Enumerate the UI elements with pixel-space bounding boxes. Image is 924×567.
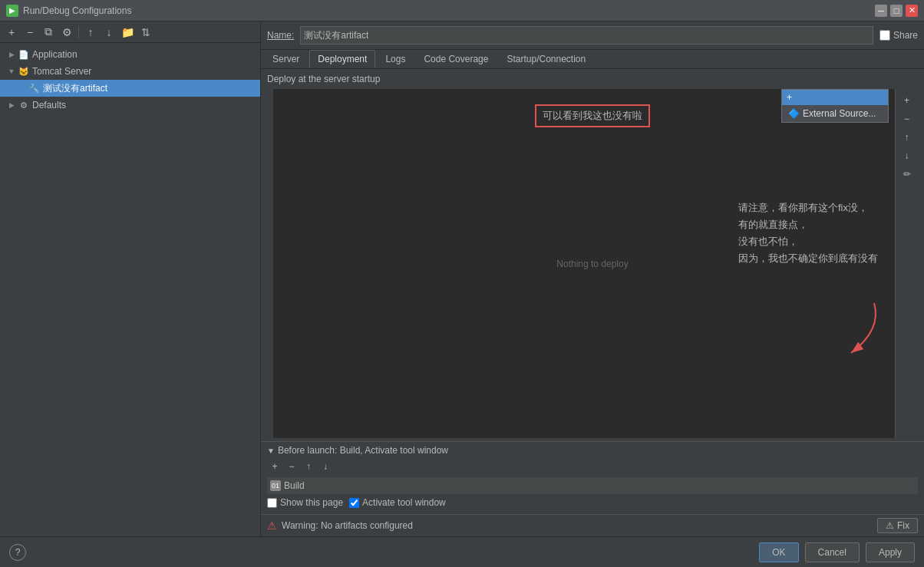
activate-tool-checkbox[interactable] [349,498,359,508]
build-item: 01 Build [267,477,918,494]
tomcat-icon: 🐱 [18,66,29,77]
build-icon: 01 [270,480,281,491]
external-source-icon: 🔷 [788,108,800,119]
bottom-left: ? [9,544,26,561]
title-bar-text: Run/Debug Configurations [23,5,131,16]
bl-add-button[interactable]: + [267,459,282,474]
activate-tool-checkbox-item: Activate tool window [349,497,446,508]
tab-deployment[interactable]: Deployment [309,50,375,68]
tree-label-application: Application [32,49,78,60]
bl-up-button[interactable]: ↑ [301,459,316,474]
tree-arrow-artifact [17,83,28,94]
deploy-edit-button[interactable]: ✏ [899,166,916,183]
before-launch-header: ▼ Before launch: Build, Activate tool wi… [267,445,918,456]
cancel-button[interactable]: Cancel [805,542,860,562]
external-source-label: External Source... [803,108,876,119]
warning-text: Warning: No artifacts configured [282,520,413,531]
bottom-bar: ? OK Cancel Apply [0,536,924,567]
artifact-icon: 🔧 [29,83,40,94]
tree-label-artifact: 测试没有artifact [43,82,107,95]
copy-configuration-button[interactable]: ⧉ [40,24,57,41]
tree-item-test-artifact[interactable]: 🔧 测试没有artifact [0,80,260,97]
settings-button[interactable]: ⚙ [58,24,75,41]
annotation-line1: 请注意，看你那有这个fix没， [738,199,878,216]
name-bar: Name: Share [261,21,924,50]
tree-arrow-tomcat: ▼ [6,66,17,77]
tab-code-coverage[interactable]: Code Coverage [415,50,497,68]
remove-configuration-button[interactable]: − [21,24,38,41]
annotation-text: 可以看到我这也没有啦 [543,110,642,121]
tree-arrow-defaults: ▶ [6,100,17,110]
before-launch-arrow[interactable]: ▼ [267,447,275,455]
tab-startup-connection[interactable]: Startup/Connection [498,50,594,68]
show-page-checkbox-item: Show this page [267,497,343,508]
activate-tool-label: Activate tool window [362,497,446,508]
annotation-line2: 有的就直接点， [738,216,878,233]
fix-label: Fix [897,520,909,531]
right-panel: Name: Share Server Deployment Logs Code … [261,21,924,536]
bl-remove-button[interactable]: − [284,459,299,474]
deploy-sidebar: + − ↑ ↓ ✏ [895,89,918,438]
before-launch-section: ▼ Before launch: Build, Activate tool wi… [261,441,924,514]
annotation-box: 可以看到我这也没有啦 [535,104,650,127]
name-input[interactable] [300,26,873,45]
application-icon: 📄 [18,49,29,60]
bl-down-button[interactable]: ↓ [318,459,333,474]
tree-arrow-application: ▶ [6,49,17,60]
close-button[interactable]: ✕ [906,5,918,17]
sort-button[interactable]: ⇅ [137,24,154,41]
left-panel: + − ⧉ ⚙ ↑ ↓ 📁 ⇅ ▶ 📄 Application ▼ 🐱 Tomc… [0,21,261,536]
show-page-checkbox[interactable] [267,498,277,508]
title-bar: ▶ Run/Debug Configurations ─ □ ✕ [0,0,924,21]
before-launch-title: Before launch: Build, Activate tool wind… [278,445,448,456]
apply-button[interactable]: Apply [866,542,915,562]
share-label: Share [893,30,918,41]
tree-item-defaults[interactable]: ▶ ⚙ Defaults [0,97,260,114]
defaults-icon: ⚙ [18,100,29,110]
move-down-button[interactable]: ↓ [101,24,117,41]
deploy-down-button[interactable]: ↓ [899,147,916,164]
deploy-header: Deploy at the server startup [261,69,924,89]
window-controls: ─ □ ✕ [875,5,918,17]
ok-button[interactable]: OK [759,542,798,562]
tabs-bar: Server Deployment Logs Code Coverage Sta… [261,50,924,69]
external-source-item[interactable]: 🔷 External Source... [782,105,888,122]
deploy-empty-text: Nothing to deploy [556,259,628,269]
configuration-tree[interactable]: ▶ 📄 Application ▼ 🐱 Tomcat Server 🔧 测试没有… [0,43,260,536]
app-icon: ▶ [6,5,18,17]
tab-server[interactable]: Server [264,50,308,68]
tree-item-tomcat[interactable]: ▼ 🐱 Tomcat Server [0,63,260,80]
before-launch-toolbar: + − ↑ ↓ [267,459,918,474]
add-configuration-button[interactable]: + [3,24,20,41]
red-arrow [828,299,889,363]
chinese-annotation: 请注意，看你那有这个fix没， 有的就直接点， 没有也不怕， 因为，我也不确定你… [738,199,878,267]
warning-icon: ⚠ [267,519,277,532]
toolbar-separator [78,26,79,38]
move-up-button[interactable]: ↑ [82,24,99,41]
fix-icon: ⚠ [886,520,894,531]
minimize-button[interactable]: ─ [875,5,887,17]
folder-button[interactable]: 📁 [119,24,136,41]
share-area: Share [879,30,918,41]
annotation-line3: 没有也不怕， [738,233,878,250]
tree-item-application[interactable]: ▶ 📄 Application [0,46,260,63]
show-page-area: Show this page Activate tool window [267,497,918,508]
deploy-section: Deploy at the server startup Nothing to … [261,69,924,536]
tab-logs[interactable]: Logs [377,50,414,68]
share-checkbox[interactable] [879,30,890,41]
help-button[interactable]: ? [9,544,26,561]
plus-popup-header: + [782,90,888,105]
name-label: Name: [267,30,294,41]
tree-label-defaults: Defaults [32,100,66,110]
warning-bar: ⚠ Warning: No artifacts configured ⚠ Fix [261,514,924,536]
left-toolbar: + − ⧉ ⚙ ↑ ↓ 📁 ⇅ [0,21,260,43]
fix-button[interactable]: ⚠ Fix [877,518,918,533]
annotation-line4: 因为，我也不确定你到底有没有 [738,250,878,267]
deploy-remove-button[interactable]: − [899,110,916,127]
tree-label-tomcat: Tomcat Server [32,66,91,77]
show-page-label: Show this page [280,497,343,508]
maximize-button[interactable]: □ [890,5,903,17]
deploy-up-button[interactable]: ↑ [899,129,916,146]
deploy-add-button[interactable]: + [899,92,916,109]
plus-popup: + 🔷 External Source... [781,89,889,123]
